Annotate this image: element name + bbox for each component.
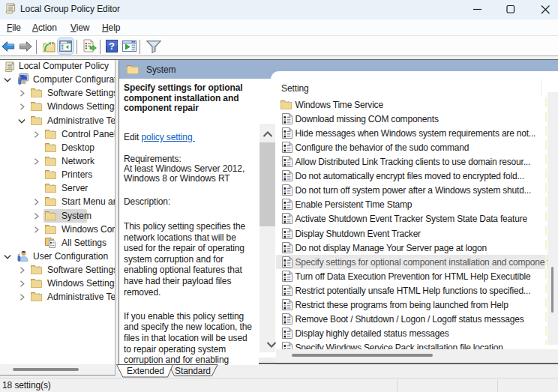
svg-text:?: ? bbox=[109, 40, 115, 52]
